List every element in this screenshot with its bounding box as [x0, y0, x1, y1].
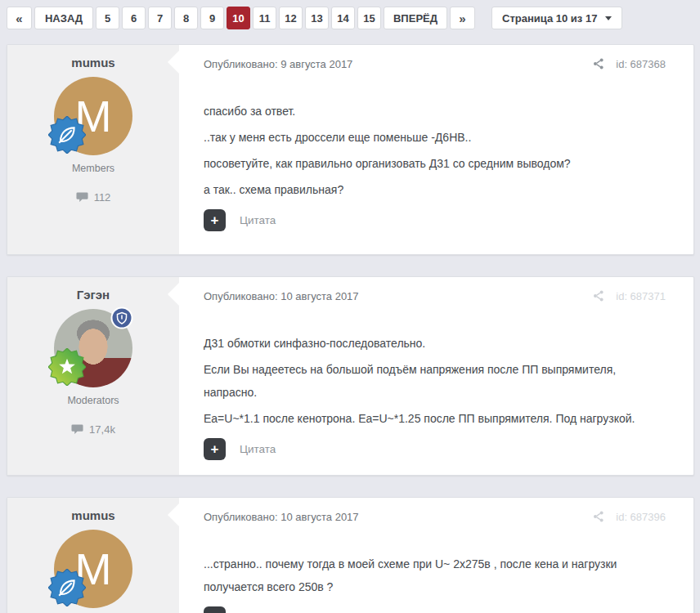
post-content: Опубликовано: 9 августа 2017 id: 687368 …	[179, 45, 693, 254]
pagination-page-13[interactable]: 13	[305, 7, 329, 29]
quote-link[interactable]: Цитата	[240, 214, 276, 226]
speech-bubble-icon	[71, 423, 83, 436]
quote-link[interactable]: Цитата	[240, 443, 276, 455]
plus-icon: +	[211, 213, 219, 227]
post-body: ...странно.. почему тогда в моей схеме п…	[204, 553, 666, 598]
share-icon[interactable]	[592, 289, 605, 302]
post-paragraph: спасибо за ответ.	[204, 100, 666, 123]
author-link[interactable]: mumus	[71, 56, 114, 69]
published-label: Опубликовано: 10 августа 2017	[204, 511, 359, 523]
plus-icon: +	[211, 442, 219, 456]
post-header: Опубликовано: 10 августа 2017 id: 687371	[204, 289, 666, 302]
post-content: Опубликовано: 10 августа 2017 id: 687396…	[179, 498, 693, 613]
navy-shield-badge-icon	[110, 306, 133, 329]
quote-plus-button[interactable]: +	[204, 209, 226, 231]
post-content: Опубликовано: 10 августа 2017 id: 687371…	[179, 277, 693, 475]
post-paragraph: ...странно.. почему тогда в моей схеме п…	[204, 553, 666, 598]
published-label: Опубликовано: 9 августа 2017	[204, 58, 352, 70]
content-tail	[168, 283, 179, 306]
quote-row: + Цитата	[204, 606, 666, 613]
avatar-wrap: M	[54, 530, 132, 608]
avatar-wrap	[54, 309, 132, 387]
post-author-pane: Гэгэн	[7, 277, 179, 475]
post-author-pane: mumus M Members	[7, 498, 179, 613]
chevron-down-icon	[605, 16, 612, 20]
pagination-page-14[interactable]: 14	[331, 7, 355, 29]
group-label: Moderators	[67, 395, 119, 406]
pagination-page-12[interactable]: 12	[279, 7, 303, 29]
post-body: спасибо за ответ. ..так у меня есть дрос…	[204, 100, 666, 201]
quote-row: + Цитата	[204, 209, 666, 231]
post-id[interactable]: id: 687368	[616, 58, 666, 70]
post-id[interactable]: id: 687371	[616, 290, 666, 302]
author-link[interactable]: Гэгэн	[77, 288, 110, 302]
post-header: Опубликовано: 10 августа 2017 id: 687396	[204, 510, 666, 523]
post-paragraph: а так.. схема правильная?	[204, 178, 666, 201]
post-meta: id: 687396	[592, 510, 666, 523]
post-card-1: mumus M Members 112 Опубликовано: 9 ав	[7, 44, 694, 255]
quote-row: + Цитата	[204, 438, 666, 460]
pagination-page-15[interactable]: 15	[357, 7, 381, 29]
comment-count: 112	[76, 191, 111, 204]
pagination-page-9[interactable]: 9	[200, 7, 224, 29]
forum-page: « НАЗАД 5 6 7 8 9 10 11 12 13 14 15 ВПЕР…	[0, 0, 700, 613]
post-paragraph: Если Вы надеетесь на большой подъём напр…	[204, 358, 666, 404]
comment-count-value: 112	[94, 191, 111, 204]
blue-leaf-seal-badge-icon	[48, 569, 86, 606]
comment-count-value: 17,4k	[89, 423, 115, 436]
page-selector-dropdown[interactable]: Страница 10 из 17	[491, 7, 622, 29]
group-label: Members	[72, 163, 114, 174]
pagination-last-button[interactable]: »	[450, 7, 475, 29]
page-selector-label: Страница 10 из 17	[502, 12, 597, 25]
content-tail	[168, 503, 179, 526]
post-id[interactable]: id: 687396	[616, 511, 666, 523]
post-card-3: mumus M Members Опубликовано: 10 августа…	[7, 497, 694, 613]
pagination-page-5[interactable]: 5	[96, 7, 119, 29]
blue-leaf-seal-badge-icon	[48, 116, 86, 154]
pagination-page-10-active[interactable]: 10	[227, 7, 250, 29]
pagination-page-7[interactable]: 7	[148, 7, 172, 29]
pagination-page-11[interactable]: 11	[253, 7, 276, 29]
avatar-wrap: M	[54, 77, 132, 155]
post-paragraph: Д31 обмотки синфазно-последовательно.	[204, 332, 666, 355]
post-paragraph: посоветуйте, как правильно организовать …	[204, 152, 666, 175]
post-paragraph: Ea=U~*1.1 после кенотрона. Ea=U~*1.25 по…	[204, 407, 666, 430]
post-meta: id: 687368	[592, 57, 666, 70]
post-card-2: Гэгэн	[7, 276, 694, 476]
post-meta: id: 687371	[592, 289, 666, 302]
content-tail	[168, 51, 179, 74]
pagination-page-8[interactable]: 8	[174, 7, 198, 29]
post-header: Опубликовано: 9 августа 2017 id: 687368	[204, 57, 666, 70]
post-author-pane: mumus M Members 112	[7, 45, 179, 254]
author-link[interactable]: mumus	[71, 508, 114, 522]
post-paragraph: ..так у меня есть дроссели еще поменьше …	[204, 126, 666, 149]
pagination-first-button[interactable]: «	[7, 7, 32, 29]
pagination-forward-button[interactable]: ВПЕРЁД	[384, 7, 447, 29]
quote-plus-button[interactable]: +	[204, 438, 226, 460]
green-star-seal-badge-icon	[48, 348, 86, 386]
pagination-page-6[interactable]: 6	[122, 7, 146, 29]
speech-bubble-icon	[76, 191, 88, 204]
pagination-back-button[interactable]: НАЗАД	[34, 7, 93, 29]
share-icon[interactable]	[592, 57, 605, 70]
pagination: « НАЗАД 5 6 7 8 9 10 11 12 13 14 15 ВПЕР…	[7, 7, 694, 29]
quote-plus-button[interactable]: +	[204, 606, 226, 613]
post-body: Д31 обмотки синфазно-последовательно. Ес…	[204, 332, 666, 430]
share-icon[interactable]	[592, 510, 605, 523]
published-label: Опубликовано: 10 августа 2017	[204, 290, 359, 302]
comment-count: 17,4k	[71, 423, 115, 436]
